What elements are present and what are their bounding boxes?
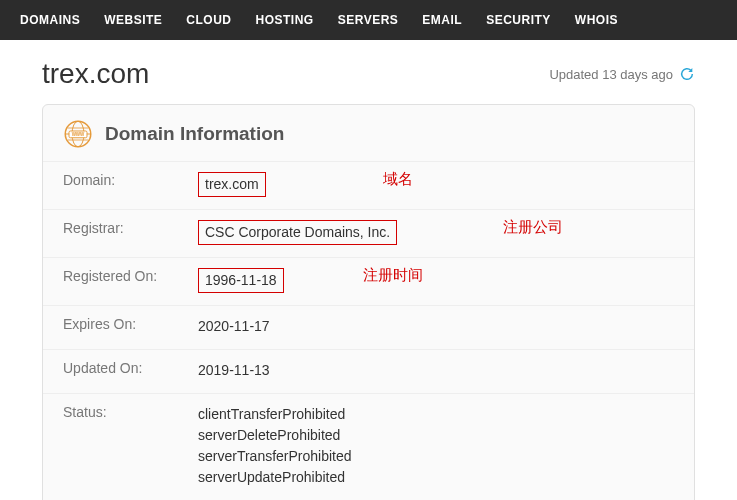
nav-item-email[interactable]: EMAIL <box>422 13 462 27</box>
value-updated-on: 2019-11-13 <box>198 360 270 381</box>
row-expires-on: Expires On: 2020-11-17 <box>43 306 694 350</box>
row-status: Status: clientTransferProhibited serverD… <box>43 394 694 500</box>
nav-item-domains[interactable]: DOMAINS <box>20 13 80 27</box>
status-item: serverUpdateProhibited <box>198 467 352 488</box>
top-nav: DOMAINS WEBSITE CLOUD HOSTING SERVERS EM… <box>0 0 737 40</box>
annotation-registrar: 注册公司 <box>503 218 563 237</box>
status-item: clientTransferProhibited <box>198 404 352 425</box>
nav-item-servers[interactable]: SERVERS <box>338 13 399 27</box>
updated-wrap: Updated 13 days ago <box>549 66 695 82</box>
label-domain: Domain: <box>63 172 198 188</box>
value-status: clientTransferProhibited serverDeletePro… <box>198 404 352 488</box>
nav-item-cloud[interactable]: CLOUD <box>186 13 231 27</box>
row-domain: Domain: trex.com 域名 <box>43 162 694 210</box>
row-registered-on: Registered On: 1996-11-18 注册时间 <box>43 258 694 306</box>
label-expires-on: Expires On: <box>63 316 198 332</box>
nav-item-whois[interactable]: WHOIS <box>575 13 618 27</box>
value-registered-on: 1996-11-18 <box>198 268 284 293</box>
domain-info-card: WWW Domain Information Domain: trex.com … <box>42 104 695 500</box>
nav-item-website[interactable]: WEBSITE <box>104 13 162 27</box>
refresh-icon[interactable] <box>679 66 695 82</box>
annotation-domain: 域名 <box>383 170 413 189</box>
domain-title: trex.com <box>42 58 149 90</box>
updated-text: Updated 13 days ago <box>549 67 673 82</box>
label-updated-on: Updated On: <box>63 360 198 376</box>
value-registrar: CSC Corporate Domains, Inc. <box>198 220 397 245</box>
hero-row: trex.com Updated 13 days ago <box>0 40 737 104</box>
annotation-registered-on: 注册时间 <box>363 266 423 285</box>
nav-item-hosting[interactable]: HOSTING <box>256 13 314 27</box>
globe-www-icon: WWW <box>63 119 93 149</box>
label-status: Status: <box>63 404 198 420</box>
label-registrar: Registrar: <box>63 220 198 236</box>
row-registrar: Registrar: CSC Corporate Domains, Inc. 注… <box>43 210 694 258</box>
card-header: WWW Domain Information <box>43 105 694 162</box>
svg-text:WWW: WWW <box>72 132 85 137</box>
nav-item-security[interactable]: SECURITY <box>486 13 551 27</box>
row-updated-on: Updated On: 2019-11-13 <box>43 350 694 394</box>
value-expires-on: 2020-11-17 <box>198 316 270 337</box>
label-registered-on: Registered On: <box>63 268 198 284</box>
card-title: Domain Information <box>105 123 284 145</box>
status-item: serverTransferProhibited <box>198 446 352 467</box>
status-item: serverDeleteProhibited <box>198 425 352 446</box>
value-domain: trex.com <box>198 172 266 197</box>
